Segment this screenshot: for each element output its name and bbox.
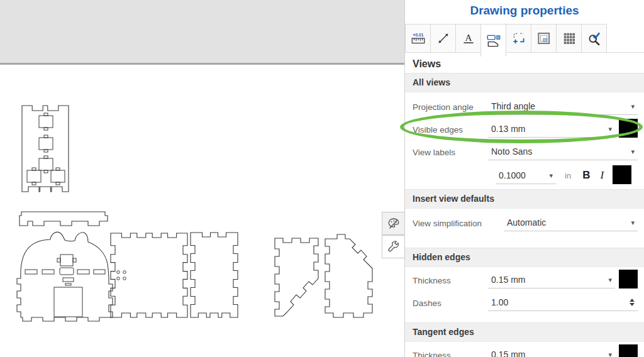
part-top-plate[interactable] [22, 106, 69, 192]
chevron-down-icon: ▾ [631, 219, 635, 227]
label-font-color-swatch[interactable] [613, 165, 631, 184]
part-comb-strip[interactable] [19, 212, 108, 226]
callout-icon [511, 30, 527, 47]
dashes-row: Dashes 1.00 [405, 291, 644, 314]
italic-button[interactable]: I [600, 169, 604, 182]
projection-angle-label: Projection angle [413, 102, 488, 115]
bold-button[interactable]: B [582, 169, 590, 182]
appearance-button[interactable] [382, 212, 405, 235]
visible-edges-label: Visible edges [413, 125, 488, 138]
page-title: Views [405, 53, 644, 73]
chevron-down-icon: ▾ [631, 102, 635, 111]
part-panel-narrow[interactable] [191, 233, 238, 317]
tab-text[interactable]: A [455, 24, 481, 53]
view-labels-row: View labels Noto Sans ▾ [405, 140, 644, 163]
chevron-down-icon: ▾ [608, 351, 612, 357]
tangent-thickness-select[interactable]: 0.15 mm ▾ [488, 346, 615, 357]
visible-edges-row: Visible edges 0.13 mm ▾ [405, 118, 644, 140]
svg-text:+0.01: +0.01 [413, 33, 423, 37]
vent-holes [117, 271, 126, 280]
font-size-unit: in [565, 171, 571, 180]
part-panel-large[interactable] [111, 233, 187, 317]
tab-quality-check[interactable] [581, 24, 607, 53]
drawing-canvas[interactable] [0, 0, 404, 357]
drawing-views [0, 0, 404, 357]
svg-text:A: A [465, 32, 472, 43]
projection-angle-select[interactable]: Third angle ▾ [488, 98, 638, 115]
tools-button[interactable] [382, 235, 405, 258]
properties-toolbar: +0.01 A [405, 24, 644, 53]
tab-views[interactable] [480, 24, 506, 57]
chevron-down-icon: ▾ [608, 276, 612, 284]
tab-callouts[interactable] [506, 24, 531, 53]
panel-title: Drawing properties [405, 0, 644, 24]
dashes-stepper[interactable]: 1.00 [488, 294, 638, 311]
view-labels-label: View labels [413, 148, 488, 160]
part-cat-front[interactable] [17, 232, 113, 321]
tab-sheet-border[interactable] [531, 24, 557, 53]
wrench-icon [387, 240, 401, 254]
part-slope-left[interactable] [275, 238, 318, 316]
views-icon [486, 33, 502, 49]
label-font-row: 0.1000 ▾ in B I [405, 163, 644, 187]
hidden-thickness-row: Thickness 0.15 mm ▾ [405, 267, 644, 291]
view-simplification-label: View simplification [413, 219, 504, 231]
tangent-thickness-row: Thickness 0.15 mm ▾ [405, 342, 644, 357]
visible-edges-color-swatch[interactable] [619, 119, 638, 138]
panel-side-buttons [382, 212, 405, 258]
hidden-thickness-select[interactable]: 0.15 mm ▾ [488, 272, 615, 288]
slot-squares [27, 113, 65, 185]
dashes-label: Dashes [413, 299, 488, 311]
drawing-properties-panel: Drawing properties +0.01 A [404, 0, 644, 357]
palette-icon [387, 217, 401, 231]
hidden-edges-color-swatch[interactable] [619, 270, 638, 288]
view-simplification-select[interactable]: Automatic ▾ [504, 214, 638, 231]
tab-units[interactable]: +0.01 [405, 24, 431, 53]
tangent-thickness-label: Thickness [413, 351, 488, 357]
section-all-views: All views [405, 73, 644, 92]
font-size-select[interactable]: 0.1000 ▾ [496, 167, 556, 184]
quality-check-icon [586, 30, 602, 47]
tangent-edges-color-swatch[interactable] [619, 344, 638, 357]
projection-angle-row: Projection angle Third angle ▾ [405, 95, 644, 118]
units-ruler-icon: +0.01 [410, 30, 426, 47]
view-labels-font-select[interactable]: Noto Sans ▾ [488, 143, 638, 160]
visible-edges-select[interactable]: 0.13 mm ▾ [488, 121, 615, 138]
chevron-down-icon: ▾ [631, 148, 635, 156]
text-style-icon: A [460, 30, 477, 47]
stepper-arrows-icon[interactable] [630, 299, 635, 306]
toolbar-filler [607, 24, 644, 53]
part-slope-right[interactable] [325, 234, 372, 317]
tab-dimensions[interactable] [430, 24, 456, 53]
chevron-down-icon: ▾ [549, 172, 553, 180]
sheet-border-icon [536, 30, 552, 47]
cat-front-cutouts [25, 255, 105, 317]
chevron-down-icon: ▾ [608, 125, 612, 133]
section-hidden-edges: Hidden edges [405, 248, 644, 267]
section-insert-view-defaults: Insert view defaults [405, 189, 644, 209]
view-simplification-row: View simplification Automatic ▾ [405, 210, 644, 234]
section-tangent-edges: Tangent edges [405, 322, 644, 342]
dimension-arrow-icon [435, 30, 452, 47]
tab-tables[interactable] [556, 24, 582, 53]
hidden-thickness-label: Thickness [413, 276, 488, 288]
table-grid-icon [561, 30, 577, 47]
